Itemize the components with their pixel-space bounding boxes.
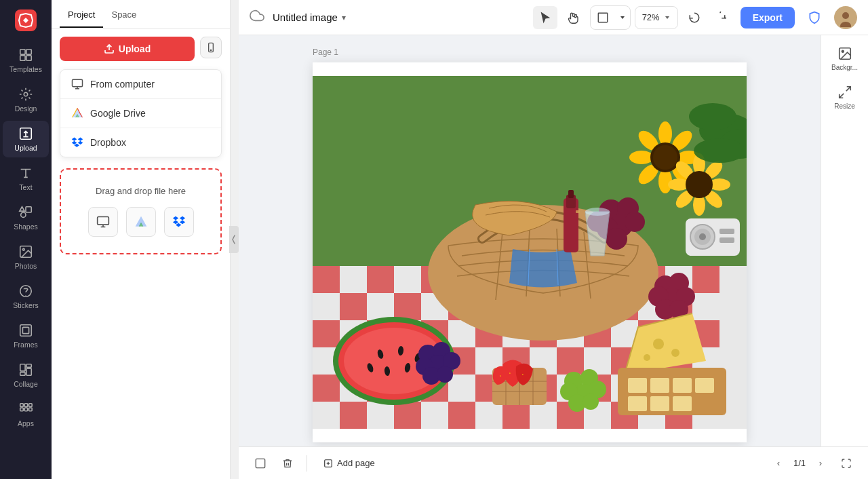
svg-text:⋆: ⋆ (499, 374, 502, 378)
computer-icon (71, 78, 83, 90)
svg-rect-164 (695, 378, 714, 393)
svg-rect-2 (26, 50, 31, 54)
sidebar-item-text[interactable]: Text (3, 160, 49, 197)
main-area: Untitled image ▾ (239, 0, 868, 479)
svg-point-156 (583, 394, 599, 410)
source-google-drive-label: Google Drive (90, 108, 146, 119)
undo-redo-group (682, 6, 732, 29)
frame-tool-dropdown[interactable] (615, 6, 630, 29)
redo-button[interactable] (708, 6, 732, 29)
cloud-save-icon (250, 8, 264, 26)
page-nav: ‹ 1/1 › (769, 454, 830, 473)
tab-space[interactable]: Space (103, 0, 144, 28)
svg-rect-43 (340, 293, 367, 320)
svg-rect-17 (20, 372, 25, 376)
svg-rect-19 (24, 404, 28, 407)
svg-rect-3 (20, 56, 25, 60)
canvas-image: ⋆ ⋆ ⋆ (313, 62, 747, 442)
next-page-button[interactable]: › (811, 454, 830, 473)
svg-rect-161 (628, 378, 647, 393)
sidebar-item-upload[interactable]: Upload (3, 121, 49, 157)
upload-panel: Project Space Upload (52, 0, 231, 479)
dropzone-drive-btn[interactable] (126, 207, 156, 237)
dropzone-computer-btn[interactable] (88, 207, 118, 237)
svg-point-119 (686, 171, 713, 198)
svg-rect-36 (367, 266, 394, 293)
pan-tool-button[interactable] (561, 6, 586, 29)
upload-button[interactable]: Upload (60, 37, 195, 61)
document-title-area[interactable]: Untitled image ▾ (273, 12, 346, 23)
svg-rect-162 (650, 378, 669, 393)
shield-button[interactable] (803, 6, 826, 29)
export-button[interactable]: Export (741, 7, 795, 28)
shield-icon (808, 11, 821, 24)
source-dropbox[interactable]: Dropbox (60, 128, 221, 157)
sidebar-item-templates[interactable]: Templates (3, 42, 49, 79)
prev-page-button[interactable]: ‹ (769, 454, 788, 473)
sidebar-item-shapes-label: Shapes (14, 223, 38, 231)
sidebar-item-apps[interactable]: Apps (3, 396, 49, 433)
design-icon (18, 87, 33, 102)
sidebar-item-photos-label: Photos (15, 262, 37, 270)
panel-content: Upload From computer (52, 28, 230, 479)
dropzone-dropbox-btn[interactable] (164, 207, 194, 237)
panel-collapse-handle[interactable] (229, 226, 239, 253)
svg-point-177 (694, 138, 745, 163)
sidebar-item-stickers-label: Stickers (13, 301, 38, 309)
sidebar-item-shapes[interactable]: Shapes (3, 199, 49, 236)
templates-icon (18, 47, 33, 62)
svg-rect-28 (97, 217, 108, 225)
svg-rect-44 (394, 293, 421, 320)
add-page-button[interactable]: Add page (315, 454, 383, 472)
source-dropbox-label: Dropbox (90, 137, 126, 148)
canvas-page[interactable]: ⋆ ⋆ ⋆ (313, 62, 747, 442)
panel-tabs: Project Space (52, 0, 230, 28)
svg-point-7 (21, 212, 26, 217)
svg-point-5 (24, 92, 28, 96)
frame-bottom-button[interactable] (250, 453, 271, 474)
svg-point-175 (689, 103, 736, 130)
stickers-icon (18, 284, 33, 299)
upload-icon (18, 126, 33, 141)
sidebar-item-stickers[interactable]: Stickers (3, 278, 49, 315)
topbar-tools: 72% (533, 5, 732, 30)
svg-rect-65 (313, 375, 340, 402)
source-computer[interactable]: From computer (60, 70, 221, 99)
frame-tool-group (590, 5, 631, 30)
svg-point-92 (625, 212, 645, 232)
undo-button[interactable] (682, 6, 707, 29)
sidebar-item-collage[interactable]: Collage (3, 357, 49, 394)
svg-rect-13 (22, 327, 28, 333)
sidebar-item-frames-label: Frames (14, 341, 38, 349)
dropzone[interactable]: Drag and drop file here (60, 168, 222, 254)
dropzone-drive-icon (134, 215, 148, 229)
frame-tool-button[interactable] (591, 6, 615, 29)
sidebar-item-frames[interactable]: Frames (3, 318, 49, 354)
app-logo[interactable] (12, 7, 39, 34)
tab-project[interactable]: Project (60, 0, 103, 28)
svg-rect-29 (598, 13, 608, 22)
svg-point-123 (585, 208, 610, 216)
select-cursor-icon (539, 12, 551, 24)
user-avatar[interactable] (834, 6, 857, 29)
svg-point-26 (210, 50, 211, 50)
svg-rect-18 (20, 404, 24, 407)
mobile-icon (205, 42, 216, 53)
zoom-control[interactable]: 72% (635, 6, 678, 29)
photos-icon (18, 244, 33, 259)
svg-rect-124 (576, 210, 580, 213)
right-panel-resize[interactable]: Resize (825, 79, 865, 115)
delete-page-button[interactable] (277, 453, 298, 474)
fullscreen-button[interactable] (835, 453, 857, 474)
sidebar-item-photos[interactable]: Photos (3, 239, 49, 275)
background-icon (837, 46, 852, 61)
mobile-upload-button[interactable] (200, 37, 222, 58)
icon-sidebar: Templates Design Upload Text Shapes (0, 0, 52, 479)
upload-button-label: Upload (119, 43, 151, 54)
source-computer-label: From computer (90, 79, 155, 90)
source-google-drive[interactable]: Google Drive (60, 99, 221, 128)
sidebar-item-design[interactable]: Design (3, 81, 49, 118)
right-panel-background[interactable]: Backgr... (825, 41, 865, 77)
svg-rect-166 (650, 396, 669, 411)
select-tool-button[interactable] (533, 6, 557, 29)
